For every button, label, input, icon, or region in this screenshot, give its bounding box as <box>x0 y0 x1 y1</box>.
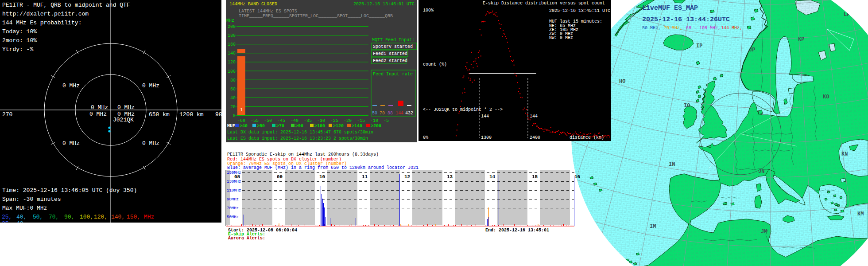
svg-text:50 MHz,: 50 MHz, <box>642 26 661 31</box>
svg-text:IP: IP <box>696 43 702 49</box>
svg-text:>100: >100 <box>314 124 325 129</box>
svg-text:IM: IM <box>650 223 656 230</box>
svg-text:E-skip Distance distribution v: E-skip Distance distribution versus spot… <box>483 1 605 6</box>
svg-text:140: 140 <box>228 51 236 56</box>
svg-text:40,: 40, <box>16 214 27 220</box>
svg-text:Feed1 started: Feed1 started <box>373 51 407 56</box>
svg-text:0%: 0% <box>423 135 428 140</box>
svg-text:Spotsrv started: Spotsrv started <box>373 44 413 49</box>
svg-text:LiveMUF ES_MAP: LiveMUF ES_MAP <box>642 4 698 12</box>
svg-text:15: 15 <box>532 174 538 180</box>
svg-text:120: 120 <box>228 60 236 65</box>
svg-text:0 MHz: 0 MHz <box>142 82 159 89</box>
svg-text:50: 50 <box>372 111 377 116</box>
svg-text:MHz: MHz <box>226 18 234 23</box>
svg-text:650 km: 650 km <box>149 111 170 118</box>
svg-text:Ytrdy: -%: Ytrdy: -% <box>2 46 33 53</box>
svg-text:10: 10 <box>319 174 325 180</box>
svg-text:25,: 25, <box>2 214 12 220</box>
svg-text:-30: -30 <box>317 118 325 123</box>
svg-text:-40: -40 <box>291 118 298 123</box>
svg-text:16: 16 <box>574 174 580 180</box>
svg-text:Feed Input rate: Feed Input rate <box>373 72 413 77</box>
svg-text:140,: 140, <box>111 214 125 220</box>
svg-text:PE1ITR Sporadic E-skip on 144M: PE1ITR Sporadic E-skip on 144Mhz last 20… <box>227 152 379 157</box>
svg-text:1300: 1300 <box>481 135 492 140</box>
svg-text:0 MHz: 0 MHz <box>89 111 107 117</box>
svg-text:09: 09 <box>277 174 283 180</box>
svg-text:LP: LP <box>844 12 850 18</box>
svg-text:>200: >200 <box>371 124 381 129</box>
svg-text:Feed2 started: Feed2 started <box>373 59 407 63</box>
svg-text:IN: IN <box>669 161 675 168</box>
svg-text:distance (km): distance (km) <box>570 135 604 140</box>
svg-text:100: 100 <box>228 69 236 74</box>
svg-text:JM: JM <box>761 229 767 235</box>
svg-text:HO: HO <box>619 78 625 85</box>
svg-text:120,: 120, <box>94 214 108 220</box>
svg-text:Aurora Alerts:: Aurora Alerts: <box>228 236 265 241</box>
svg-text:2025-12-16 13:45:11 UTC: 2025-12-16 13:45:11 UTC <box>549 8 610 13</box>
svg-text:2025-12-16 13:46:01 UTC: 2025-12-16 13:46:01 UTC <box>353 2 415 7</box>
svg-text:<-- JO21QK to midpoint * 2 -->: <-- JO21QK to midpoint * 2 --> <box>423 107 503 112</box>
svg-text:130MHz: 130MHz <box>227 180 241 184</box>
svg-text:150,: 150, <box>127 214 140 220</box>
svg-text:2400: 2400 <box>530 135 540 140</box>
svg-text:88: 88 <box>388 111 393 116</box>
svg-text:NW: 0 MHz: NW: 0 MHz <box>549 35 573 40</box>
svg-text:100%: 100% <box>423 8 434 13</box>
svg-text:144 MHz Es probability:: 144 MHz Es probability: <box>2 20 81 26</box>
svg-text:144 MHz,: 144 MHz, <box>721 26 742 31</box>
svg-text:JN: JN <box>758 168 764 175</box>
svg-text:90,: 90, <box>64 214 74 220</box>
svg-text:MUF: MUF <box>227 124 235 129</box>
svg-text:100,: 100, <box>80 214 93 220</box>
svg-text:count (%): count (%) <box>423 62 447 67</box>
svg-text:-15: -15 <box>357 118 365 123</box>
svg-text:12: 12 <box>404 174 410 180</box>
svg-text:-55: -55 <box>251 118 259 123</box>
svg-text:-45: -45 <box>277 118 285 123</box>
svg-text:Last DX data input: 2025-12-16: Last DX data input: 2025-12-16 13:45:47 … <box>227 130 373 135</box>
svg-text:-35: -35 <box>304 118 312 123</box>
svg-text:1: 1 <box>240 108 243 113</box>
svg-text:>50: >50 <box>257 124 265 129</box>
svg-text:11: 11 <box>362 174 368 180</box>
svg-text:-10: -10 <box>370 118 378 123</box>
svg-text:Blue: average MUF (MHz) in a r: Blue: average MUF (MHz) in a ring from 6… <box>227 165 418 170</box>
svg-text:70,: 70, <box>49 214 59 220</box>
svg-text:70MHz: 70MHz <box>227 206 239 211</box>
svg-text:40: 40 <box>230 96 236 101</box>
svg-text:IO: IO <box>684 103 690 109</box>
svg-text:0 MHz: 0 MHz <box>142 140 159 147</box>
svg-text:Today: 10%: Today: 10% <box>2 28 37 35</box>
svg-text:Time: 2025-12-16 13:46:05 UTC: Time: 2025-12-16 13:46:05 UTC (doy 350) <box>2 187 137 194</box>
svg-text:-5: -5 <box>384 118 389 123</box>
svg-text:144: 144 <box>481 114 489 119</box>
svg-text:0 MHz: 0 MHz <box>62 140 80 147</box>
svg-text:270: 270 <box>2 111 12 118</box>
svg-text:150MHz: 150MHz <box>227 171 241 175</box>
svg-text:14: 14 <box>489 174 496 180</box>
svg-text:144: 144 <box>395 111 403 116</box>
svg-text:180: 180 <box>228 33 236 38</box>
svg-text:110MHz: 110MHz <box>227 188 241 193</box>
svg-text:0: 0 <box>233 113 236 118</box>
svg-text:-25: -25 <box>330 118 338 123</box>
svg-text:Span: -30 minutes: Span: -30 minutes <box>2 196 61 203</box>
svg-text:>120: >120 <box>333 124 344 129</box>
svg-text:Max MUF:0 MHz: Max MUF:0 MHz <box>2 205 47 211</box>
svg-text:>40: >40 <box>240 124 248 129</box>
svg-text:90: 90 <box>215 111 222 118</box>
svg-text:>90: >90 <box>295 124 303 129</box>
svg-text:160: 160 <box>228 42 236 47</box>
svg-text:70 MHz,: 70 MHz, <box>664 26 682 31</box>
svg-text:-20: -20 <box>344 118 352 123</box>
svg-text:MQTT Feed Input:: MQTT Feed Input: <box>372 38 415 43</box>
svg-text:88 - 108 MHz,: 88 - 108 MHz, <box>686 26 721 31</box>
svg-text:70: 70 <box>380 111 385 116</box>
svg-text:-60: -60 <box>237 118 245 123</box>
svg-text:JP: JP <box>749 47 755 53</box>
svg-text:2025-12-16 13:44:26UTC: 2025-12-16 13:44:26UTC <box>642 16 730 23</box>
svg-text:>70: >70 <box>276 124 284 129</box>
